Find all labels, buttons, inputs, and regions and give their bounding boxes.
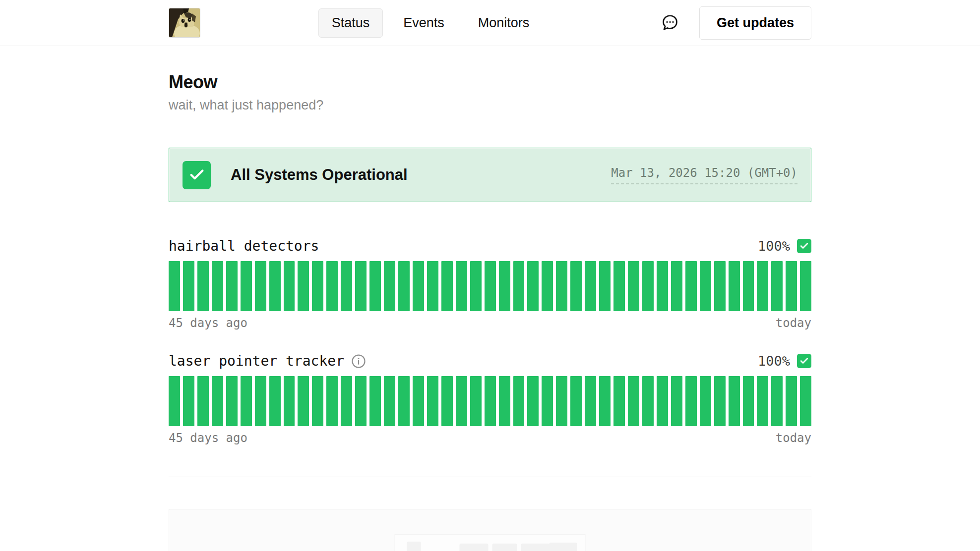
uptime-bar[interactable]	[284, 261, 295, 311]
uptime-bar[interactable]	[642, 261, 654, 311]
uptime-bar[interactable]	[183, 376, 194, 426]
uptime-bar[interactable]	[456, 261, 467, 311]
uptime-bar[interactable]	[556, 376, 567, 426]
uptime-bar[interactable]	[585, 261, 596, 311]
uptime-bar[interactable]	[527, 376, 539, 426]
uptime-bar[interactable]	[241, 376, 252, 426]
status-timestamp[interactable]: Mar 13, 2026 15:20 (GMT+0)	[611, 166, 797, 184]
uptime-bar[interactable]	[729, 261, 740, 311]
uptime-bar[interactable]	[542, 376, 553, 426]
tab-monitors[interactable]: Monitors	[465, 8, 543, 38]
uptime-bar[interactable]	[183, 261, 194, 311]
uptime-bar[interactable]	[326, 261, 338, 311]
uptime-bar[interactable]	[729, 376, 740, 426]
uptime-bar[interactable]	[312, 376, 323, 426]
uptime-bar[interactable]	[169, 376, 180, 426]
tab-events[interactable]: Events	[390, 8, 458, 38]
uptime-bar[interactable]	[398, 261, 410, 311]
uptime-bar[interactable]	[685, 376, 697, 426]
uptime-bar[interactable]	[657, 261, 668, 311]
uptime-bar[interactable]	[355, 376, 367, 426]
uptime-bar[interactable]	[384, 376, 395, 426]
uptime-bar[interactable]	[570, 376, 582, 426]
uptime-bar[interactable]	[226, 376, 238, 426]
uptime-bar[interactable]	[599, 376, 611, 426]
uptime-bar[interactable]	[269, 376, 281, 426]
uptime-bar[interactable]	[441, 376, 453, 426]
uptime-bar[interactable]	[398, 376, 410, 426]
uptime-bar[interactable]	[369, 261, 381, 311]
tab-status[interactable]: Status	[318, 8, 383, 38]
uptime-bar[interactable]	[369, 376, 381, 426]
uptime-bar[interactable]	[241, 261, 252, 311]
uptime-bar[interactable]	[326, 376, 338, 426]
uptime-bar[interactable]	[441, 261, 453, 311]
uptime-bar[interactable]	[470, 376, 482, 426]
uptime-bar[interactable]	[284, 376, 295, 426]
info-icon[interactable]	[351, 354, 366, 369]
uptime-bar[interactable]	[341, 261, 352, 311]
uptime-bar[interactable]	[269, 261, 281, 311]
uptime-bar[interactable]	[743, 261, 754, 311]
uptime-bar[interactable]	[700, 376, 711, 426]
uptime-bar[interactable]	[298, 261, 309, 311]
uptime-bar[interactable]	[714, 376, 726, 426]
uptime-bar[interactable]	[613, 261, 625, 311]
uptime-bar[interactable]	[685, 261, 697, 311]
uptime-bar[interactable]	[312, 261, 323, 311]
uptime-bar[interactable]	[657, 376, 668, 426]
uptime-bar[interactable]	[800, 376, 811, 426]
uptime-bar[interactable]	[542, 261, 553, 311]
uptime-bar[interactable]	[197, 261, 209, 311]
feedback-chat-button[interactable]	[661, 13, 679, 32]
uptime-bar[interactable]	[384, 261, 395, 311]
uptime-bar[interactable]	[197, 376, 209, 426]
uptime-bar[interactable]	[786, 376, 797, 426]
uptime-bar[interactable]	[570, 261, 582, 311]
uptime-bar[interactable]	[628, 261, 639, 311]
uptime-bar[interactable]	[714, 261, 726, 311]
uptime-bar[interactable]	[499, 376, 510, 426]
uptime-bar[interactable]	[427, 376, 438, 426]
uptime-bar[interactable]	[212, 261, 223, 311]
uptime-bar[interactable]	[427, 261, 438, 311]
uptime-bar[interactable]	[255, 261, 266, 311]
uptime-bar[interactable]	[212, 376, 223, 426]
uptime-bar[interactable]	[513, 261, 525, 311]
uptime-bar[interactable]	[757, 261, 768, 311]
uptime-bar[interactable]	[485, 376, 496, 426]
uptime-bar[interactable]	[800, 261, 811, 311]
uptime-bar[interactable]	[226, 261, 238, 311]
uptime-bar[interactable]	[628, 376, 639, 426]
uptime-bar[interactable]	[355, 261, 367, 311]
get-updates-button[interactable]: Get updates	[699, 6, 811, 40]
uptime-bar[interactable]	[671, 261, 682, 311]
uptime-bar[interactable]	[499, 261, 510, 311]
uptime-bar[interactable]	[527, 261, 539, 311]
uptime-bar[interactable]	[255, 376, 266, 426]
uptime-bar[interactable]	[341, 376, 352, 426]
uptime-bar[interactable]	[298, 376, 309, 426]
uptime-bars	[169, 261, 811, 311]
uptime-bar[interactable]	[585, 376, 596, 426]
uptime-bar[interactable]	[786, 261, 797, 311]
uptime-bar[interactable]	[671, 376, 682, 426]
uptime-bar[interactable]	[613, 376, 625, 426]
uptime-bar[interactable]	[413, 376, 424, 426]
uptime-bar[interactable]	[700, 261, 711, 311]
uptime-bar[interactable]	[743, 376, 754, 426]
cat-meme-logo[interactable]	[169, 8, 200, 38]
uptime-bar[interactable]	[642, 376, 654, 426]
uptime-bar[interactable]	[599, 261, 611, 311]
uptime-bar[interactable]	[771, 261, 783, 311]
uptime-bar[interactable]	[169, 261, 180, 311]
uptime-bar[interactable]	[513, 376, 525, 426]
uptime-bar[interactable]	[771, 376, 783, 426]
uptime-bar[interactable]	[456, 376, 467, 426]
uptime-bar[interactable]	[556, 261, 567, 311]
uptime-bar[interactable]	[757, 376, 768, 426]
uptime-bar[interactable]	[470, 261, 482, 311]
monitor-laser-pointer-tracker: laser pointer tracker 100%	[169, 353, 811, 445]
uptime-bar[interactable]	[413, 261, 424, 311]
uptime-bar[interactable]	[485, 261, 496, 311]
